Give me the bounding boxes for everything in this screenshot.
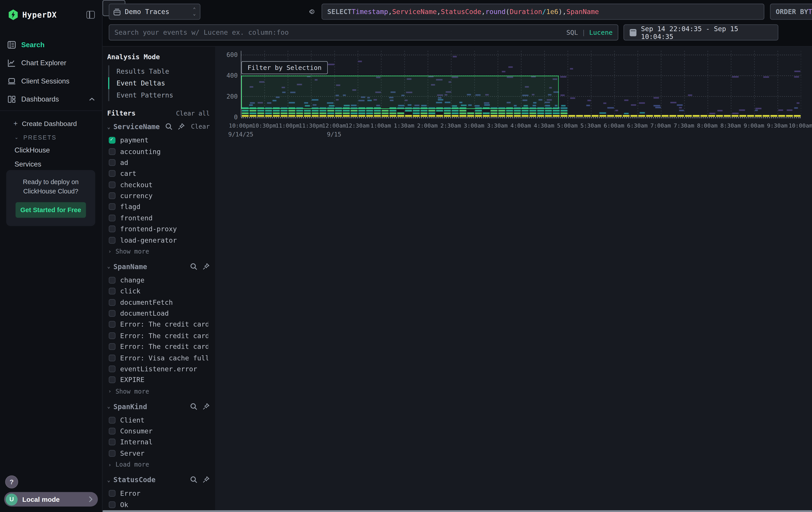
- checkbox-unchecked[interactable]: [109, 181, 115, 188]
- filter-checkbox-row[interactable]: load-generator: [107, 235, 210, 246]
- pin-icon[interactable]: [203, 402, 210, 410]
- checkbox-unchecked[interactable]: [109, 366, 115, 372]
- filter-checkbox-row[interactable]: Error: Visa cache full: …: [107, 352, 210, 363]
- checkbox-unchecked[interactable]: [109, 148, 115, 155]
- filter-checkbox-row[interactable]: Error: [107, 488, 210, 499]
- sidebar-item-chart-explorer[interactable]: Chart Explorer: [0, 54, 102, 72]
- checkbox-unchecked[interactable]: [109, 321, 115, 328]
- filter-checkbox-row[interactable]: accounting: [107, 146, 210, 157]
- filter-checkbox-row[interactable]: documentLoad: [107, 308, 210, 319]
- checkbox-unchecked[interactable]: [109, 439, 115, 446]
- horizontal-scrollbar[interactable]: [103, 510, 812, 512]
- sidebar-item-client-sessions[interactable]: Client Sessions: [0, 72, 102, 90]
- gear-icon[interactable]: [307, 7, 316, 16]
- pin-icon[interactable]: [203, 263, 210, 270]
- checkbox-unchecked[interactable]: [109, 237, 115, 243]
- mode-sql-toggle[interactable]: SQL: [566, 28, 578, 36]
- filter-checkbox-row[interactable]: Error: The credit card (…: [107, 319, 210, 330]
- filter-checkbox-row[interactable]: checkout: [107, 179, 210, 190]
- sql-select-editor[interactable]: SELECT Timestamp, ServiceName, StatusCod…: [321, 4, 764, 20]
- clear-section-button[interactable]: Clear: [191, 123, 210, 130]
- checkbox-unchecked[interactable]: [109, 192, 115, 199]
- filter-section-title[interactable]: SpanName: [113, 262, 185, 270]
- checkbox-unchecked[interactable]: [109, 332, 115, 339]
- checkbox-unchecked[interactable]: [109, 428, 115, 434]
- checkbox-unchecked[interactable]: [109, 299, 115, 306]
- checkbox-unchecked[interactable]: [109, 377, 115, 383]
- sidebar-item-dashboards[interactable]: Dashboards: [0, 90, 102, 108]
- filter-section-title[interactable]: StatusCode: [113, 476, 185, 484]
- show-more-link[interactable]: ›Show more: [107, 246, 210, 256]
- filter-checkbox-row[interactable]: currency: [107, 190, 210, 201]
- checkbox-unchecked[interactable]: [109, 490, 115, 496]
- chevron-down-icon[interactable]: ⌄: [107, 403, 110, 409]
- checkbox-unchecked[interactable]: [109, 277, 115, 284]
- checkbox-unchecked[interactable]: [109, 215, 115, 221]
- checkbox-unchecked[interactable]: [109, 159, 115, 166]
- analysis-mode-results-table[interactable]: Results Table: [108, 65, 210, 77]
- search-icon[interactable]: [190, 476, 198, 483]
- analysis-mode-event-patterns[interactable]: Event Patterns: [108, 89, 210, 101]
- get-started-button[interactable]: Get Started for Free: [16, 203, 86, 218]
- create-dashboard-button[interactable]: +Create Dashboard: [0, 116, 102, 131]
- checkbox-unchecked[interactable]: [109, 343, 115, 350]
- filter-checkbox-row[interactable]: Client: [107, 414, 210, 426]
- checkbox-checked[interactable]: [109, 137, 115, 143]
- filter-checkbox-row[interactable]: Ok: [107, 499, 210, 510]
- filter-checkbox-row[interactable]: Server: [107, 448, 210, 459]
- checkbox-unchecked[interactable]: [109, 204, 115, 210]
- filter-checkbox-row[interactable]: click: [107, 286, 210, 297]
- sidebar-collapse-icon[interactable]: [86, 11, 95, 19]
- filter-checkbox-row[interactable]: eventListener.error: [107, 363, 210, 374]
- clear-all-filters-button[interactable]: Clear all: [176, 110, 210, 117]
- checkbox-unchecked[interactable]: [109, 501, 115, 508]
- checkbox-unchecked[interactable]: [109, 288, 115, 295]
- filter-checkbox-row[interactable]: documentFetch: [107, 297, 210, 308]
- filter-by-selection-tooltip[interactable]: Filter by Selection: [241, 61, 328, 74]
- data-source-select[interactable]: Demo Traces ⌃⌄: [109, 4, 200, 20]
- mode-lucene-toggle[interactable]: Lucene: [589, 28, 613, 36]
- filter-checkbox-row[interactable]: cart: [107, 168, 210, 179]
- analysis-mode-event-deltas[interactable]: Event Deltas: [108, 77, 210, 89]
- filter-checkbox-row[interactable]: frontend-proxy: [107, 223, 210, 235]
- filter-checkbox-row[interactable]: flagd: [107, 201, 210, 212]
- chevron-down-icon[interactable]: ⌄: [107, 124, 110, 129]
- filter-checkbox-row[interactable]: payment: [107, 135, 210, 146]
- pin-icon[interactable]: [178, 123, 185, 130]
- filter-checkbox-row[interactable]: Internal: [107, 437, 210, 448]
- checkbox-unchecked[interactable]: [109, 417, 115, 423]
- filter-checkbox-row[interactable]: ad: [107, 157, 210, 168]
- preset-item-clickhouse[interactable]: ClickHouse: [0, 143, 102, 157]
- chevron-down-icon[interactable]: ⌄: [107, 264, 110, 269]
- sidebar-item-search[interactable]: Search: [0, 36, 102, 54]
- presets-header[interactable]: ⌄PRESETS: [0, 131, 102, 143]
- checkbox-unchecked[interactable]: [109, 226, 115, 233]
- help-button[interactable]: ?: [5, 476, 18, 488]
- chevron-down-icon[interactable]: ⌄: [107, 477, 110, 483]
- filter-checkbox-row[interactable]: EXPIRE: [107, 374, 210, 385]
- filter-section-title[interactable]: ServiceName: [113, 123, 160, 131]
- order-by-editor[interactable]: ORDER BY Timestamp DESC: [770, 4, 812, 20]
- filter-section-title[interactable]: SpanKind: [113, 402, 185, 410]
- checkbox-unchecked[interactable]: [109, 310, 115, 317]
- filter-checkbox-row[interactable]: change: [107, 275, 210, 286]
- show-more-link[interactable]: ›Load more: [107, 459, 210, 469]
- search-icon[interactable]: [165, 123, 173, 130]
- search-input[interactable]: Search your events w/ Lucene ex. column:…: [109, 24, 618, 40]
- filter-checkbox-row[interactable]: frontend: [107, 212, 210, 223]
- filter-checkbox-row[interactable]: Consumer: [107, 426, 210, 437]
- chart-selection-rect[interactable]: [241, 76, 558, 109]
- checkbox-unchecked[interactable]: [109, 354, 115, 361]
- time-range-picker[interactable]: Sep 14 22:04:35 - Sep 15 10:04:35: [624, 24, 778, 40]
- filter-checkbox-row[interactable]: Error: The credit card (…: [107, 341, 210, 352]
- duration-heatmap-plot[interactable]: Filter by Selection: [241, 51, 801, 117]
- filter-checkbox-row[interactable]: Error: The credit card (…: [107, 330, 210, 341]
- checkbox-unchecked[interactable]: [109, 170, 115, 177]
- preset-item-services[interactable]: Services: [0, 157, 102, 171]
- search-icon[interactable]: [190, 402, 198, 410]
- checkbox-unchecked[interactable]: [109, 450, 115, 457]
- user-menu[interactable]: U Local mode: [4, 492, 98, 507]
- search-icon[interactable]: [190, 263, 198, 270]
- show-more-link[interactable]: ›Show more: [107, 385, 210, 396]
- pin-icon[interactable]: [203, 476, 210, 483]
